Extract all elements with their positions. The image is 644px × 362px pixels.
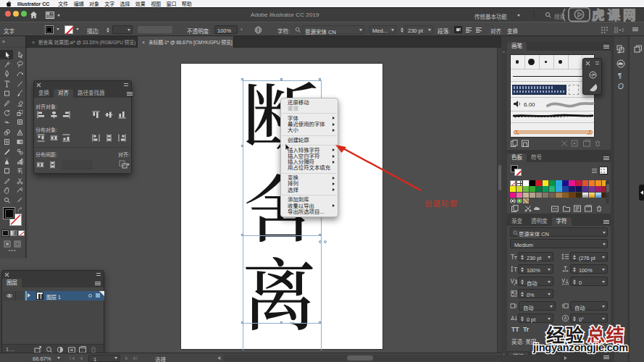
char-font-family-dropdown[interactable]: 思源宋体 CN <box>510 227 608 237</box>
stepper-arrows-icon[interactable] <box>105 26 110 33</box>
selection-handle[interactable] <box>319 78 321 80</box>
font-family-dropdown[interactable]: 思源宋体 CN <box>302 25 364 34</box>
scale-tool[interactable] <box>13 108 26 117</box>
calligraphic-brush-dot[interactable] <box>528 59 535 65</box>
align-panel-header[interactable] <box>34 81 131 88</box>
zoom-level[interactable]: 66.67% <box>33 355 51 362</box>
selection-handle[interactable] <box>241 321 243 324</box>
artboard-tool[interactable] <box>0 167 13 176</box>
font-style-dropdown[interactable]: Med... <box>369 25 396 34</box>
swatch[interactable] <box>589 186 595 192</box>
stepper-arrows-icon[interactable] <box>572 278 577 285</box>
gradient-dock-icon[interactable] <box>588 83 598 92</box>
layer-target-icon[interactable] <box>88 294 92 298</box>
swatch-gradient[interactable] <box>582 193 588 198</box>
scroll-right-icon[interactable] <box>564 355 569 361</box>
tab-title[interactable]: 未标题-1* @ 66.67% [CMYK/GPU 预览] <box>149 38 233 46</box>
recolor-artwork-icon[interactable] <box>254 26 262 34</box>
swatch[interactable] <box>576 180 582 186</box>
swatch-options-icon[interactable] <box>574 205 581 212</box>
char-leading-field[interactable]: (276 pt <box>570 252 608 261</box>
swatch[interactable] <box>589 180 595 186</box>
minimize-window-button[interactable] <box>13 11 19 17</box>
calligraphic-brush-dot[interactable] <box>559 60 561 63</box>
tab-align[interactable]: 对齐 <box>54 89 73 98</box>
blend-tool[interactable] <box>13 147 26 156</box>
apple-logo-icon[interactable] <box>6 1 12 7</box>
swatch[interactable] <box>510 193 516 198</box>
magic-wand-tool[interactable] <box>0 59 13 69</box>
tab-pathfinder[interactable]: 路径查找器 <box>73 89 109 98</box>
menubar-app-name[interactable]: Illustrator CC <box>17 1 49 7</box>
align-dr-icon[interactable] <box>118 134 126 142</box>
grid-view-icon[interactable] <box>599 167 608 174</box>
char-font-style-dropdown[interactable]: Medium <box>510 239 608 248</box>
align-panel-link[interactable]: 对齐 <box>490 27 501 35</box>
align-right-icon[interactable] <box>474 26 482 33</box>
swatch-gradient[interactable] <box>595 193 601 198</box>
collapse-icon[interactable] <box>124 83 128 86</box>
menu-item[interactable]: 大小 <box>281 127 338 133</box>
opacity-value[interactable]: 100% <box>214 25 238 34</box>
rotate-tool[interactable] <box>0 108 13 117</box>
brush-libraries-dock-icon[interactable] <box>588 70 598 80</box>
close-icon[interactable] <box>4 272 9 277</box>
swatch[interactable] <box>562 186 568 192</box>
swatch[interactable] <box>595 186 601 192</box>
swatch[interactable] <box>536 193 542 198</box>
align-dl-icon[interactable] <box>92 134 100 142</box>
creative-cloud-icon[interactable] <box>616 59 625 68</box>
free-transform-tool[interactable] <box>13 118 26 127</box>
panel-menu-icon[interactable] <box>632 28 638 31</box>
swatch[interactable] <box>569 186 574 192</box>
swap-fill-stroke-icon[interactable] <box>17 207 24 213</box>
delete-swatch-icon[interactable] <box>595 205 603 212</box>
library-sync-icon[interactable] <box>533 205 540 212</box>
next-artboard-icon[interactable] <box>125 355 130 361</box>
stepper-arrows-icon[interactable] <box>519 266 524 273</box>
char-size-field[interactable]: 230 pt <box>518 252 553 261</box>
swatch[interactable] <box>536 180 542 186</box>
menu-item[interactable]: 导出所选项目... <box>281 209 338 215</box>
close-icon[interactable] <box>585 61 590 65</box>
char-tracking-field[interactable]: 0 <box>570 277 608 286</box>
visibility-eye-icon[interactable] <box>6 293 13 298</box>
panel-menu-icon[interactable] <box>603 156 609 160</box>
chalk-brush-stroke[interactable] <box>511 112 595 119</box>
swatch[interactable] <box>562 193 568 198</box>
selection-tool[interactable] <box>0 50 13 59</box>
align-ac-icon[interactable] <box>50 111 58 119</box>
spacing-value-field[interactable] <box>62 161 92 169</box>
swatch[interactable] <box>530 186 535 192</box>
calligraphic-brush-dot[interactable] <box>545 61 547 63</box>
new-swatch-icon[interactable] <box>585 205 592 212</box>
swatch[interactable] <box>569 180 574 186</box>
color-mode-button[interactable] <box>2 230 9 236</box>
collapse-icon[interactable] <box>96 273 101 276</box>
close-tab-icon[interactable]: × <box>142 40 145 45</box>
swatch[interactable] <box>595 180 601 186</box>
align-dm-icon[interactable] <box>36 161 44 169</box>
char-hscale-field[interactable]: 100% <box>570 264 608 274</box>
align-al-icon[interactable] <box>37 111 45 119</box>
stepper-arrows-icon[interactable] <box>572 315 577 322</box>
tab-swatches[interactable]: 色板 <box>507 153 527 162</box>
stepper-arrows-icon[interactable] <box>519 290 524 298</box>
swatch[interactable] <box>549 193 555 198</box>
smooth-tool[interactable] <box>13 186 26 195</box>
tab-symbols[interactable]: 符号 <box>527 153 546 162</box>
tab-brushes[interactable]: 画笔 <box>507 42 527 51</box>
char-vscale-field[interactable]: 100% <box>518 264 553 274</box>
document-tab-active[interactable]: ×未标题-1* @ 66.67% [CMYK/GPU 预览] <box>138 36 233 48</box>
curvature-tool[interactable] <box>13 70 26 79</box>
menubar-menu-select[interactable]: 选择 <box>120 0 130 7</box>
gradient-mode-button[interactable] <box>10 230 17 236</box>
perspective-grid-tool[interactable] <box>13 127 26 137</box>
swatch[interactable] <box>530 180 535 186</box>
tab-title[interactable]: 断舍离 效果图.ai* @ 33.33% (RGB/GPU 预览) <box>38 38 135 46</box>
last-artboard-icon[interactable] <box>133 355 138 361</box>
remove-brush-stroke-icon[interactable] <box>561 140 568 147</box>
edit-toolbar-ellipsis[interactable]: ••• <box>9 248 16 253</box>
stepper-arrows-icon[interactable] <box>399 26 404 33</box>
fill-color-swatch[interactable] <box>45 25 54 34</box>
